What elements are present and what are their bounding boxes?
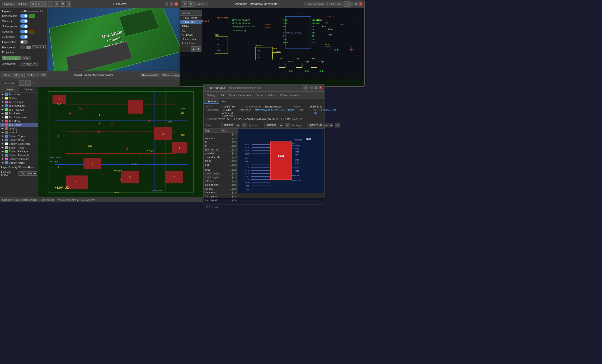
undo-icon[interactable]: ↺ (13, 73, 19, 78)
gate-refresh-btn[interactable]: ↻ (242, 123, 247, 128)
redo-icon-sch[interactable]: ↻ (188, 1, 194, 7)
pool-list-item[interactable]: tp...json (204, 140, 238, 144)
layer-item[interactable]: 👁 Top Paste (0, 112, 38, 115)
tab-git[interactable]: Git (219, 93, 226, 97)
pool-list-item[interactable]: switch...json (204, 168, 238, 172)
place-package-button[interactable]: Place package (161, 73, 183, 77)
pool-list-item[interactable]: green led...json (204, 152, 238, 155)
tool-icon-2[interactable]: ⊡ (36, 1, 42, 7)
symbol-refresh-btn[interactable]: ↻ (285, 123, 290, 128)
substrate-color[interactable] (29, 30, 35, 33)
package-select[interactable]: QFN-32 (Primary) (307, 123, 333, 128)
close-btn-pool[interactable]: ✕ (319, 86, 322, 89)
highlight-mode-select[interactable]: Dim other (19, 171, 37, 176)
tab-options[interactable]: Options (19, 87, 38, 92)
tool-icon-7[interactable]: ⊟ (66, 1, 71, 7)
ortho-btn[interactable]: Ortho (21, 56, 31, 60)
pool-list-item[interactable]: ic pll...json (204, 163, 238, 167)
pool-list-item[interactable]: avr mcu...json (204, 187, 238, 191)
background-select[interactable]: Default (32, 45, 46, 49)
sheet-item[interactable]: FPGA / USB (180, 20, 202, 24)
minimize-btn-pool[interactable]: ─ (310, 86, 313, 89)
pool-list-item[interactable]: ......json (204, 133, 238, 137)
layer-item[interactable]: 👁 Top Notes (0, 93, 38, 96)
tab-resistors[interactable]: Param: Resistors (279, 93, 302, 97)
pool-list-item[interactable]: diode sma...json (204, 191, 238, 194)
layer-item[interactable]: 👁 Top Assembly (0, 104, 38, 108)
pool-list-item[interactable]: dcdc ic regula......json (204, 176, 238, 179)
viewport-3d[interactable]: Use 14500 Lithium rechargeable (48, 8, 180, 71)
update-button-3d[interactable]: Update (2, 2, 15, 6)
layer-item[interactable]: 👁 Top Mask (0, 119, 38, 123)
tab-capacitors[interactable]: Param: Capacitors (227, 93, 253, 97)
maximize-btn-sch[interactable]: □ (355, 2, 358, 6)
close-btn-sch[interactable]: ✕ (359, 2, 363, 6)
tool-icon-3[interactable]: ⊞ (42, 1, 47, 7)
settings-button-3d[interactable]: Settings (16, 2, 29, 6)
tab-info[interactable]: Info (219, 99, 229, 104)
bg-color-dark[interactable] (20, 45, 25, 49)
solder-mask-toggle[interactable] (20, 14, 28, 18)
close-btn-3d[interactable]: ✕ (174, 2, 178, 6)
tool-icon-1[interactable]: ⊕ (30, 1, 36, 7)
solder-paste-toggle[interactable] (20, 24, 28, 28)
layer-item[interactable]: 👁 Bottom Paste (0, 146, 38, 150)
pool-list-item[interactable]: battery ic...json (204, 179, 238, 183)
pool-list-item[interactable]: dual pnp sot-......json (204, 198, 238, 202)
layer-item[interactable]: 👁 Bottom Notes (0, 161, 38, 165)
antialias-select[interactable]: 4× MSAA (20, 62, 38, 66)
sheet-item[interactable]: FPGA (180, 24, 202, 29)
layer-item[interactable]: 👁 Top Courtyard (0, 100, 38, 104)
hamburger-icon-sch[interactable]: ≡ (344, 1, 350, 7)
minimize-btn-sch[interactable]: ─ (350, 2, 353, 6)
pool-list-item[interactable]: dac ic...json (204, 159, 238, 163)
sheets-up[interactable]: ▲ (191, 46, 196, 52)
layer-item[interactable]: 👁 Bottom Silkscreen (0, 142, 38, 146)
bg-color-mid[interactable] (26, 45, 31, 49)
schematic-viewport[interactable]: U201 MOSI MISO SCK CS D+ D- GND VBUS USB… (180, 8, 364, 79)
sheet-item[interactable]: PLL / Clock (180, 41, 202, 45)
minimize-btn-3d[interactable]: ─ (165, 2, 168, 6)
solder-mask-color[interactable] (29, 14, 35, 18)
save-button-board[interactable]: Save (2, 73, 12, 77)
rules-button-board[interactable]: Rules... (26, 73, 39, 77)
package-refresh-btn[interactable]: ↻ (335, 123, 340, 128)
pool-list-item[interactable]: connector usb...json (204, 155, 238, 159)
pool-list-item[interactable]: fuse-holder...json (204, 137, 238, 140)
explode-slider[interactable] (20, 11, 39, 12)
symbol-select[interactable]: ADRF67... (264, 123, 283, 128)
sheet-item[interactable]: Upconverter (180, 37, 202, 41)
pool-list-item[interactable]: light-pipe me......json (204, 148, 238, 152)
layer-colors-toggle[interactable] (20, 40, 28, 44)
layer-item[interactable]: 👁 Bottom Mask (0, 138, 38, 142)
layer-item[interactable]: 👁 Top Copper (0, 123, 38, 127)
pool-list-item[interactable]: dcdc ic regula......json (204, 172, 238, 176)
layer-item[interactable]: 👁 Bottom Package (0, 150, 38, 153)
place-on-board-button[interactable]: Place on board (305, 2, 326, 6)
tab-preview[interactable]: Preview (204, 99, 219, 104)
tab-inductors[interactable]: Param: Inductors (254, 93, 278, 97)
layer-item[interactable]: 👁 Bottom Courtyard (0, 157, 38, 161)
pool-list-item[interactable]: audio filter ic ......json (204, 183, 238, 187)
tab-settings[interactable]: Settings (205, 93, 218, 97)
layer-item[interactable]: 👁 Inner 1 (0, 127, 38, 130)
reload-netlist-button[interactable]: Reload netlist (140, 73, 160, 77)
tool-icon-5[interactable]: ↺ (54, 1, 59, 7)
layer-item[interactable]: 👁 Outline (0, 96, 38, 100)
layer-item[interactable]: 👁 Bottom Assembly (0, 153, 38, 157)
maximize-btn-pool[interactable]: □ (314, 86, 318, 89)
mm-input[interactable] (2, 81, 18, 85)
place-part-button[interactable]: Place part (327, 2, 344, 6)
plus-icon-mm[interactable]: + (25, 80, 31, 86)
substrate-toggle[interactable] (20, 30, 28, 33)
silkscreen-toggle[interactable] (20, 19, 28, 23)
layer-item[interactable]: 👁 Bottom Copper (0, 134, 38, 138)
gate-select[interactable]: ADRF67... (221, 123, 240, 128)
pool-list-item[interactable]: tp...json (204, 144, 238, 148)
undo-icon-sch[interactable]: ↺ (182, 1, 187, 7)
entity-link[interactable]: ADRF6780ACPZN-R7 (314, 108, 337, 114)
maximize-btn-3d[interactable]: □ (170, 2, 173, 6)
layer-item[interactable]: 👁 Inner 2 (0, 130, 38, 134)
sheet-item[interactable]: FPGA Power (180, 16, 202, 20)
sheet-item[interactable]: AC power (180, 33, 202, 37)
